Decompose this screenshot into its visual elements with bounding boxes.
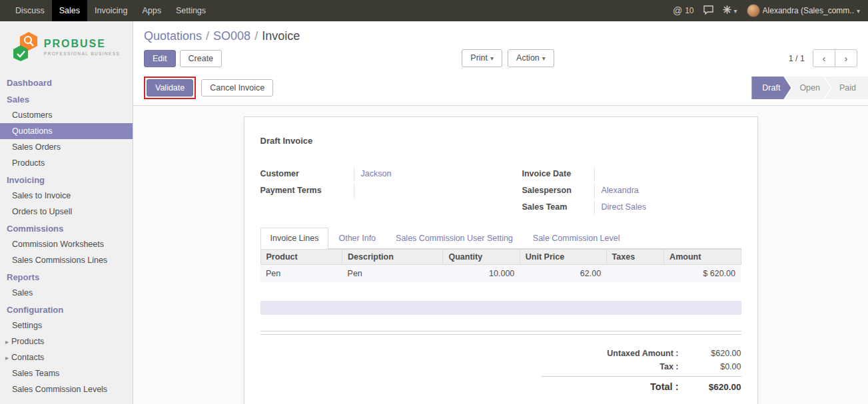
sidebar-item-sales-to-invoice[interactable]: Sales to Invoice bbox=[0, 188, 133, 204]
activity-icon: @ bbox=[673, 5, 682, 16]
pager-next-button[interactable]: › bbox=[835, 49, 857, 67]
pager-previous-button[interactable]: ‹ bbox=[813, 49, 835, 67]
notebook-tabs: Invoice Lines Other Info Sales Commissio… bbox=[260, 228, 741, 249]
menu-apps[interactable]: Apps bbox=[135, 0, 169, 21]
sidebar-item-sales-orders[interactable]: Sales Orders bbox=[0, 139, 133, 155]
tax-value: $0.00 bbox=[688, 362, 741, 371]
cell-taxes[interactable] bbox=[606, 265, 664, 283]
empty-section-stripe bbox=[260, 301, 741, 315]
sidebar-heading-sales[interactable]: Sales bbox=[0, 91, 133, 107]
invoice-lines-table: Product Description Quantity Unit Price … bbox=[260, 249, 741, 282]
expander-icon[interactable]: ▸ bbox=[5, 354, 9, 361]
table-row[interactable]: Pen Pen 10.000 62.00 $ 620.00 bbox=[260, 265, 741, 283]
probuse-logo-icon bbox=[13, 31, 39, 63]
sidebar-item-settings[interactable]: Settings bbox=[0, 317, 133, 333]
sidebar-item-sales-teams[interactable]: Sales Teams bbox=[0, 365, 133, 381]
breadcrumb-separator: / bbox=[202, 29, 213, 43]
cell-unit-price[interactable]: 62.00 bbox=[520, 265, 606, 283]
sidebar-heading-configuration[interactable]: Configuration bbox=[0, 301, 133, 317]
validate-button[interactable]: Validate bbox=[147, 79, 193, 97]
form-view-area: Draft Invoice Customer Jackson Payment T… bbox=[133, 106, 868, 404]
status-paid[interactable]: Paid bbox=[825, 77, 868, 99]
sidebar: PROBUSE PROFESSIONAL BUSINESS Dashboard … bbox=[0, 21, 133, 404]
top-menu: Discuss Sales Invoicing Apps Settings bbox=[0, 0, 213, 21]
user-name: Alexandra (Sales_comm.. bbox=[763, 6, 854, 15]
sidebar-heading-reports[interactable]: Reports bbox=[0, 268, 133, 285]
expander-icon[interactable]: ▸ bbox=[5, 338, 9, 345]
sidebar-item-products[interactable]: Products bbox=[0, 155, 133, 171]
tax-label: Tax : bbox=[542, 362, 688, 371]
tab-sale-commission-level[interactable]: Sale Commission Level bbox=[523, 228, 630, 249]
red-highlight-annotation: Validate bbox=[144, 77, 196, 99]
sidebar-heading-commissions[interactable]: Commissions bbox=[0, 220, 133, 236]
cell-product[interactable]: Pen bbox=[260, 265, 342, 283]
tab-invoice-lines[interactable]: Invoice Lines bbox=[260, 228, 329, 249]
column-quantity[interactable]: Quantity bbox=[443, 250, 520, 265]
sidebar-item-reports-sales[interactable]: Sales bbox=[0, 285, 133, 301]
cell-amount[interactable]: $ 620.00 bbox=[664, 265, 741, 283]
breadcrumb-separator: / bbox=[250, 29, 262, 43]
sales-team-label: Sales Team bbox=[522, 200, 594, 214]
pager-value: 1 / 1 bbox=[789, 54, 805, 63]
sidebar-item-orders-to-upsell[interactable]: Orders to Upsell bbox=[0, 204, 133, 220]
menu-settings[interactable]: Settings bbox=[169, 0, 213, 21]
cell-description[interactable]: Pen bbox=[342, 265, 443, 283]
status-draft[interactable]: Draft bbox=[751, 77, 791, 99]
column-amount[interactable]: Amount bbox=[664, 250, 741, 265]
menu-invoicing[interactable]: Invoicing bbox=[87, 0, 135, 21]
customer-value[interactable]: Jackson bbox=[354, 167, 501, 182]
sidebar-heading-invoicing[interactable]: Invoicing bbox=[0, 171, 133, 188]
menu-sales[interactable]: Sales bbox=[52, 0, 87, 21]
salesperson-value[interactable]: Alexandra bbox=[594, 184, 741, 198]
totals-block: Untaxed Amount : $620.00 Tax : $0.00 Tot… bbox=[542, 347, 741, 394]
caret-down-icon: ▾ bbox=[734, 7, 737, 15]
sidebar-item-customers[interactable]: Customers bbox=[0, 107, 133, 123]
breadcrumb-so008[interactable]: SO008 bbox=[213, 29, 250, 43]
control-panel: Quotations/SO008/Invoice Edit Create Pri… bbox=[133, 21, 868, 106]
logo-subtitle: PROFESSIONAL BUSINESS bbox=[44, 51, 120, 56]
sidebar-item-commission-worksheets[interactable]: Commission Worksheets bbox=[0, 236, 133, 252]
action-label: Action bbox=[516, 53, 540, 63]
total-label: Total : bbox=[542, 381, 688, 392]
cell-quantity[interactable]: 10.000 bbox=[443, 265, 520, 283]
status-open[interactable]: Open bbox=[785, 77, 831, 99]
column-product[interactable]: Product bbox=[260, 250, 342, 265]
user-menu[interactable]: Alexandra (Sales_comm.. ▾ bbox=[747, 4, 860, 17]
column-unit-price[interactable]: Unit Price bbox=[520, 250, 606, 265]
column-description[interactable]: Description bbox=[342, 250, 443, 265]
print-label: Print bbox=[470, 53, 488, 63]
invoice-date-value[interactable] bbox=[594, 167, 741, 182]
app-logo[interactable]: PROBUSE PROFESSIONAL BUSINESS bbox=[0, 21, 133, 74]
section-separator bbox=[260, 331, 741, 335]
sidebar-item-sales-commission-levels[interactable]: Sales Commission Levels bbox=[0, 381, 133, 397]
sidebar-heading-dashboard[interactable]: Dashboard bbox=[0, 74, 133, 91]
invoice-sheet: Draft Invoice Customer Jackson Payment T… bbox=[244, 116, 758, 404]
total-value: $620.00 bbox=[688, 382, 741, 392]
tab-sales-commission-user-setting[interactable]: Sales Commission User Setting bbox=[386, 228, 523, 249]
action-dropdown-button[interactable]: Action▾ bbox=[508, 49, 554, 67]
debug-menu[interactable]: ▾ bbox=[723, 5, 737, 16]
sidebar-item-config-contacts[interactable]: ▸Contacts bbox=[0, 349, 133, 365]
create-button[interactable]: Create bbox=[180, 50, 222, 67]
payment-terms-value[interactable] bbox=[354, 184, 501, 198]
messages-menu[interactable] bbox=[703, 5, 713, 17]
untaxed-amount-value: $620.00 bbox=[688, 349, 741, 358]
sales-team-value[interactable]: Direct Sales bbox=[594, 200, 741, 215]
column-taxes[interactable]: Taxes bbox=[606, 250, 664, 265]
sidebar-item-sales-commissions-lines[interactable]: Sales Commissions Lines bbox=[0, 252, 133, 268]
sidebar-item-quotations[interactable]: Quotations bbox=[0, 123, 133, 139]
print-dropdown-button[interactable]: Print▾ bbox=[462, 49, 502, 67]
payment-terms-label: Payment Terms bbox=[260, 184, 354, 197]
caret-down-icon: ▾ bbox=[490, 55, 494, 62]
tab-other-info[interactable]: Other Info bbox=[328, 228, 386, 249]
menu-discuss[interactable]: Discuss bbox=[8, 0, 52, 21]
logo-title: PROBUSE bbox=[44, 39, 120, 49]
activity-menu[interactable]: @ 10 bbox=[673, 5, 694, 16]
customer-label: Customer bbox=[260, 167, 354, 180]
edit-button[interactable]: Edit bbox=[144, 50, 176, 67]
cancel-invoice-button[interactable]: Cancel Invoice bbox=[201, 79, 273, 97]
sidebar-item-config-products[interactable]: ▸Products bbox=[0, 333, 133, 349]
caret-down-icon: ▾ bbox=[857, 7, 860, 15]
top-navbar: Discuss Sales Invoicing Apps Settings @ … bbox=[0, 0, 868, 21]
breadcrumb-quotations[interactable]: Quotations bbox=[144, 29, 202, 43]
